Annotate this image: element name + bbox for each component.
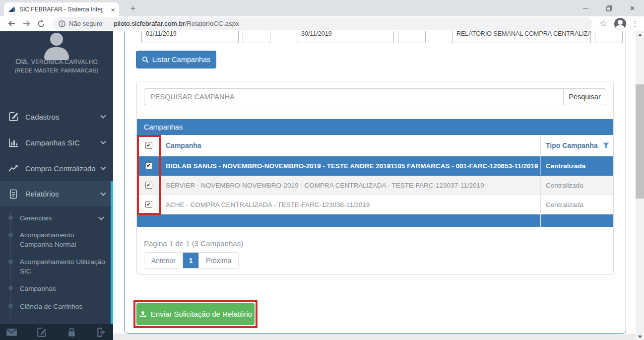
- submenu-item-label: Campanhas: [20, 285, 56, 292]
- column-header-campanha[interactable]: Campanha: [166, 141, 201, 149]
- pagination-page-1-button[interactable]: 1: [183, 253, 199, 268]
- bookmark-star-icon[interactable]: ☆: [596, 18, 610, 29]
- back-button[interactable]: [4, 17, 19, 31]
- window-close-button[interactable]: ×: [621, 0, 644, 16]
- table-row[interactable]: BIOLAB SANUS - NOVEMBRO-NOVEMBRO-2019 - …: [137, 156, 613, 176]
- clipped-field-value: RELATORIO SEMANAL COMPRA CENTRALIZADA - …: [456, 31, 591, 37]
- chevron-down-icon: [100, 138, 106, 144]
- sidebar: Olá, VERONICA.CARVALHO (REDE MASTER: FAR…: [0, 31, 113, 340]
- forward-button[interactable]: [19, 17, 34, 31]
- url-divider: [109, 20, 109, 27]
- column-header-tipo-campanha[interactable]: Tipo Campanha: [546, 141, 598, 149]
- logout-icon[interactable]: [95, 326, 108, 339]
- submenu-item-label: Ciência de Carrinhos: [20, 303, 82, 310]
- new-tab-button[interactable]: +: [127, 3, 139, 15]
- lock-icon[interactable]: [65, 326, 78, 339]
- submit-button-highlight: Enviar Solicitação de Relatório: [133, 300, 258, 328]
- clipped-field-report-type-spinner[interactable]: [595, 31, 623, 43]
- pagination-prev-button[interactable]: Anterior: [144, 253, 183, 268]
- filter-icon[interactable]: [603, 142, 609, 149]
- clipped-field-report-type[interactable]: RELATORIO SEMANAL COMPRA CENTRALIZADA - …: [452, 31, 591, 43]
- submenu-bullet: [8, 260, 13, 264]
- edit-square-icon[interactable]: [35, 326, 48, 339]
- sidebar-item-campanhas-sic[interactable]: Campanhas SIC: [0, 130, 113, 155]
- browser-tab[interactable]: SIC FEBRAFAR - Sistema Integrad ×: [4, 2, 119, 16]
- greeting: Olá, VERONICA.CARVALHO: [0, 57, 113, 66]
- clipped-field-end-spinner[interactable]: [398, 31, 426, 43]
- pagination: Anterior 1 Próxima: [144, 252, 239, 269]
- back-icon: [7, 19, 16, 28]
- enviar-solicitacao-button[interactable]: Enviar Solicitação de Relatório: [136, 303, 255, 325]
- sidebar-item-compra-centralizada[interactable]: Compra Centralizada: [0, 155, 113, 181]
- chevron-down-icon: [98, 214, 104, 220]
- table-header-row: Campanha Tipo Campanha: [137, 135, 613, 156]
- url-path: /RelatorioCC.aspx: [185, 20, 240, 27]
- sidebar-item-relatorios[interactable]: Relatórios: [0, 181, 113, 206]
- clipped-field-end[interactable]: 30/11/2019: [297, 31, 394, 43]
- submenu-bullet: [8, 233, 13, 237]
- row-checkbox[interactable]: [145, 162, 152, 169]
- info-icon[interactable]: [59, 20, 65, 27]
- pagination-next-button[interactable]: Próxima: [199, 253, 238, 268]
- submenu-item-acompanhamento-campanha-normal[interactable]: Acompanhamento Campanha Normal: [20, 230, 105, 249]
- row-checkbox[interactable]: [145, 182, 152, 189]
- submenu-item-campanhas[interactable]: Campanhas: [20, 284, 105, 293]
- chevron-down-icon: [100, 113, 106, 118]
- address-bar[interactable]: Não seguro piloto.sicfebrafar.com.br /Re…: [53, 17, 592, 30]
- campaigns-table: Campanhas Campanha Tipo Campanha: [137, 119, 613, 227]
- select-all-checkbox[interactable]: [145, 142, 152, 149]
- browser-profile-avatar[interactable]: [614, 18, 626, 30]
- table-row[interactable]: SERVIER - NOVEMBRO-NOVEMBRO-2019 - COMPR…: [137, 176, 613, 195]
- browser-menu-icon[interactable]: ⋮: [630, 19, 640, 28]
- scroll-down-arrow[interactable]: [636, 333, 644, 340]
- sidebar-item-label: Cadastros: [25, 113, 59, 121]
- browser-toolbar: Não seguro piloto.sicfebrafar.com.br /Re…: [0, 16, 644, 31]
- scrollbar-thumb[interactable]: [636, 84, 644, 199]
- site-favicon: [8, 5, 16, 13]
- table-footer-row: [137, 214, 613, 227]
- clipped-field-start[interactable]: 01/11/2019: [141, 31, 239, 43]
- table-title: Campanhas: [137, 119, 613, 135]
- mail-icon[interactable]: [5, 326, 18, 339]
- browser-tabstrip: SIC FEBRAFAR - Sistema Integrad × + ×: [0, 0, 644, 16]
- table-row[interactable]: ACHE - COMPRA CENTRALIZADA - TESTE-FARC-…: [137, 195, 613, 214]
- listar-campanhas-button[interactable]: Listar Campanhas: [136, 51, 216, 68]
- clipped-field-start-spinner[interactable]: [243, 31, 270, 43]
- clipped-field-value: 01/11/2019: [146, 31, 177, 37]
- sidebar-bottom-bar: [0, 324, 113, 340]
- user-avatar: [0, 33, 113, 60]
- row-checkbox[interactable]: [145, 201, 152, 208]
- submenu-item-acompanhamento-utilizacao-sic[interactable]: Acompanhamento Utilização SIC: [20, 257, 105, 276]
- upload-icon: [139, 310, 147, 318]
- submenu-bullet: [8, 215, 13, 220]
- listar-campanhas-label: Listar Campanhas: [152, 56, 211, 64]
- page-scrollbar[interactable]: [636, 31, 644, 340]
- restore-icon: [606, 5, 612, 11]
- sidebar-item-cadastros[interactable]: Cadastros: [0, 104, 113, 130]
- url-domain: piloto.sicfebrafar.com.br: [114, 20, 185, 27]
- enviar-solicitacao-label: Enviar Solicitação de Relatório: [151, 310, 252, 318]
- sidebar-item-label: Campanhas SIC: [25, 138, 80, 147]
- window-minimize-button[interactable]: [574, 0, 597, 16]
- sidebar-item-label: Compra Centralizada: [25, 164, 96, 173]
- search-campaign-input[interactable]: [144, 88, 563, 105]
- campaign-type-cell: Centralizada: [540, 156, 613, 175]
- main-content: 01/11/2019 30/11/2019 RELATORIO SEMANAL …: [113, 31, 644, 340]
- campaign-type-cell: Centralizada: [540, 176, 613, 195]
- report-container: 01/11/2019 30/11/2019 RELATORIO SEMANAL …: [124, 31, 626, 334]
- security-label: Não seguro: [69, 20, 102, 27]
- chevron-down-icon: [100, 190, 106, 196]
- network-label: (REDE MASTER: FARMARCAS): [0, 68, 113, 73]
- pesquisar-button[interactable]: Pesquisar: [563, 88, 606, 105]
- submenu-item-ciencia-de-carrinhos[interactable]: Ciência de Carrinhos: [20, 302, 105, 311]
- submenu-bullet: [8, 286, 13, 290]
- submenu-item-gerenciais[interactable]: Gerenciais: [20, 213, 105, 223]
- tab-close-icon[interactable]: ×: [111, 6, 115, 13]
- tab-title: SIC FEBRAFAR - Sistema Integrad: [19, 6, 103, 13]
- window-restore-button[interactable]: [597, 0, 621, 16]
- edit-square-icon: [8, 111, 19, 122]
- submenu-item-label: Acompanhamento Utilização SIC: [20, 258, 105, 275]
- refresh-button[interactable]: [34, 17, 49, 31]
- scroll-up-arrow[interactable]: [636, 31, 644, 38]
- bar-chart-icon: [8, 137, 19, 148]
